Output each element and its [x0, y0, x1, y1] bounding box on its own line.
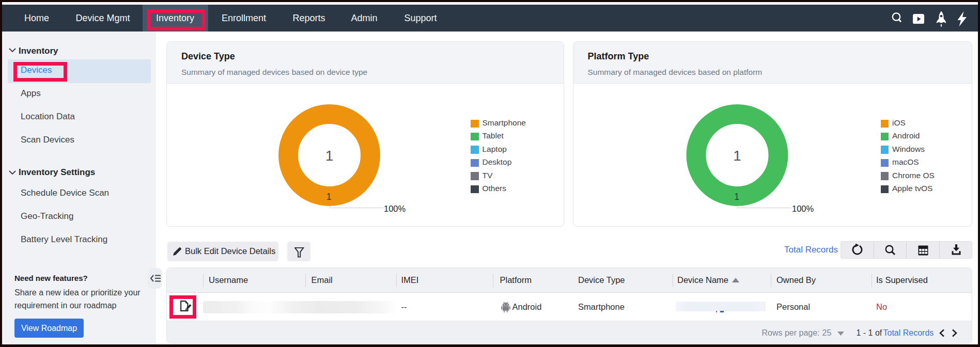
svg-text:1: 1 — [733, 148, 741, 164]
svg-text:100%: 100% — [384, 204, 406, 213]
svg-text:100%: 100% — [792, 204, 814, 213]
svg-text:1: 1 — [325, 148, 334, 164]
svg-text:1: 1 — [734, 192, 739, 202]
svg-text:1: 1 — [326, 192, 332, 202]
